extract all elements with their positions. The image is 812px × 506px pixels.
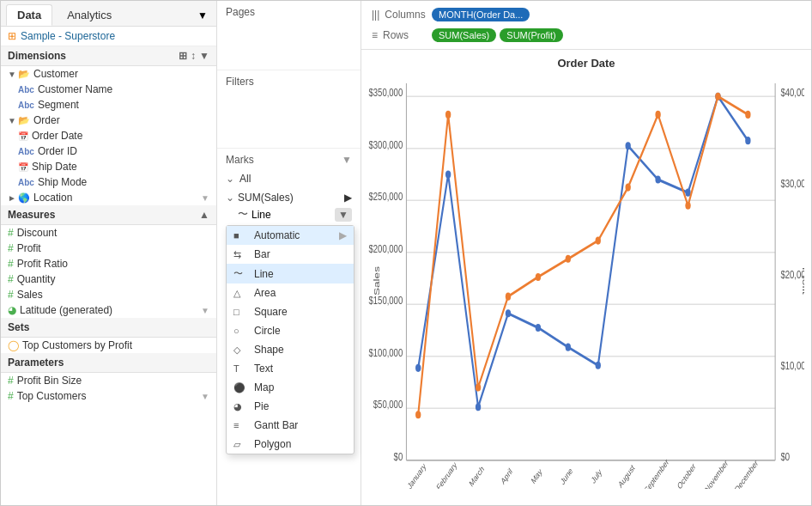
scroll-down-arrow3: ▼ (201, 392, 209, 401)
group-order[interactable]: ▼ 📂 Order (1, 113, 216, 128)
item-sales[interactable]: # Sales (1, 287, 216, 302)
circle-icon: ○ (233, 326, 249, 336)
discount-label: Discount (17, 227, 58, 239)
chart-body: Order Date $0 $50,000 $100,000 $150,000 … (361, 50, 811, 505)
svg-point-44 (596, 362, 601, 369)
datasource-label: Sample - Superstore (21, 30, 115, 42)
middle-panel: Pages Filters Marks ▼ ⌄ All ⌄ (217, 1, 361, 505)
svg-text:$350,000: $350,000 (369, 85, 403, 98)
automatic-label: Automatic (254, 229, 300, 241)
dropdown-item-area[interactable]: △ Area (227, 283, 354, 302)
svg-text:$50,000: $50,000 (373, 397, 403, 410)
pie-label: Pie (254, 400, 269, 412)
group-customer[interactable]: ▼ 📂 Customer (1, 66, 216, 82)
item-quantity[interactable]: # Quantity (1, 271, 216, 287)
hash-icon-profit: # (8, 242, 14, 254)
chart-title: Order Date (368, 57, 804, 70)
bar-label: Bar (254, 248, 270, 260)
cursor-icon: ▶ (339, 229, 347, 241)
item-ship-date[interactable]: 📅 Ship Date (1, 159, 216, 174)
chart-area: ||| Columns MONTH(Order Da... ≡ Rows SUM… (361, 1, 811, 505)
tab-data[interactable]: Data (6, 4, 52, 26)
sidebar: Data Analytics ▼ ⊞ Sample - Superstore D… (1, 1, 217, 505)
auto-icon: ■ (233, 230, 249, 241)
svg-point-52 (476, 383, 481, 391)
gantt-icon: ≡ (233, 420, 249, 430)
map-icon: ⚫ (233, 382, 249, 393)
chevron-all: ⌄ (226, 173, 234, 185)
hash-icon-discount: # (8, 227, 14, 239)
dropdown-item-map[interactable]: ⚫ Map (227, 378, 354, 397)
dropdown-item-shape[interactable]: ◇ Shape (227, 340, 354, 359)
item-top-customers-param[interactable]: # Top Customers ▼ (1, 388, 216, 404)
svg-point-42 (536, 324, 541, 332)
dropdown-item-text[interactable]: T Text (227, 359, 354, 378)
item-top-customers[interactable]: ◯ Top Customers by Profit (1, 338, 216, 353)
item-profit-bin-size[interactable]: # Profit Bin Size (1, 373, 216, 388)
columns-shelf: ||| Columns MONTH(Order Da... (368, 4, 804, 25)
svg-point-53 (506, 293, 511, 301)
group-order-label: Order (33, 114, 60, 126)
columns-label: ||| Columns (372, 9, 432, 21)
svg-point-46 (655, 175, 660, 183)
expand-icon[interactable]: ▼ (199, 50, 209, 62)
item-profit[interactable]: # Profit (1, 241, 216, 256)
globe-icon-lat: ◕ (8, 304, 16, 316)
columns-pill[interactable]: MONTH(Order Da... (432, 8, 530, 21)
item-order-date[interactable]: 📅 Order Date (1, 128, 216, 143)
top-customers-param-label: Top Customers (17, 390, 87, 402)
svg-text:Profit: Profit (801, 267, 804, 296)
tab-arrow[interactable]: ▼ (194, 4, 211, 26)
marks-label: Marks (226, 154, 254, 166)
sales-label: Sales (17, 289, 43, 301)
expand-customer: ▼ (8, 70, 18, 79)
dropdown-item-gantt[interactable]: ≡ Gantt Bar (227, 416, 354, 435)
item-segment[interactable]: Abc Segment (1, 97, 216, 113)
svg-text:$100,000: $100,000 (369, 345, 403, 358)
filters-content (226, 91, 352, 143)
svg-point-60 (715, 93, 720, 101)
chevron-sum: ⌄ (226, 192, 234, 204)
dropdown-item-polygon[interactable]: ▱ Polygon (227, 435, 354, 454)
item-order-id[interactable]: Abc Order ID (1, 143, 216, 159)
svg-text:July: July (591, 466, 603, 485)
sort-icon[interactable]: ↕ (191, 50, 196, 62)
set-icon: ◯ (8, 339, 19, 351)
svg-text:$250,000: $250,000 (369, 189, 403, 202)
dropdown-item-line[interactable]: 〜 Line (227, 264, 354, 283)
item-latitude[interactable]: ◕ Latitude (generated) ▼ (1, 302, 216, 318)
circle-label: Circle (254, 325, 281, 337)
marks-section: Marks ▼ ⌄ All ⌄ SUM(Sales) ▶ 〜 (217, 149, 361, 505)
svg-point-61 (745, 111, 750, 119)
parameters-header: Parameters (1, 353, 216, 373)
dropdown-item-pie[interactable]: ◕ Pie (227, 397, 354, 416)
date-icon-orderdate: 📅 (18, 131, 28, 141)
line-dropdown-arrow[interactable]: ▼ (335, 208, 352, 222)
grid-icon[interactable]: ⊞ (179, 50, 187, 62)
dropdown-item-square[interactable]: □ Square (227, 302, 354, 321)
main-content: Data Analytics ▼ ⊞ Sample - Superstore D… (1, 1, 811, 505)
dropdown-item-circle[interactable]: ○ Circle (227, 321, 354, 340)
expand-order: ▼ (8, 116, 18, 125)
rows-pill-sales[interactable]: SUM(Sales) (432, 28, 496, 42)
dropdown-item-automatic[interactable]: ■ Automatic ▶ (227, 226, 354, 245)
item-customer-name[interactable]: Abc Customer Name (1, 82, 216, 97)
folder-icon-customer: 📂 (18, 69, 30, 80)
scroll-down-arrow2: ▼ (201, 306, 209, 315)
item-discount[interactable]: # Discount (1, 225, 216, 241)
scroll-down-arrow: ▼ (201, 193, 209, 203)
bar-icon: ⇆ (233, 249, 249, 260)
order-id-label: Order ID (38, 145, 77, 157)
svg-point-50 (415, 411, 421, 418)
rows-pill-profit[interactable]: SUM(Profit) (500, 28, 562, 42)
item-profit-ratio[interactable]: # Profit Ratio (1, 256, 216, 271)
svg-text:$30,000: $30,000 (780, 176, 804, 189)
hash-icon-profit-ratio: # (8, 258, 14, 270)
item-ship-mode[interactable]: Abc Ship Mode (1, 174, 216, 190)
tab-analytics[interactable]: Analytics (56, 4, 123, 26)
data-source-row[interactable]: ⊞ Sample - Superstore (1, 27, 216, 46)
dropdown-item-bar[interactable]: ⇆ Bar (227, 245, 354, 264)
svg-text:November: November (704, 458, 730, 489)
line-selector-row: 〜 Line ▼ (226, 205, 352, 223)
group-location[interactable]: ► 🌎 Location ▼ (1, 190, 216, 205)
